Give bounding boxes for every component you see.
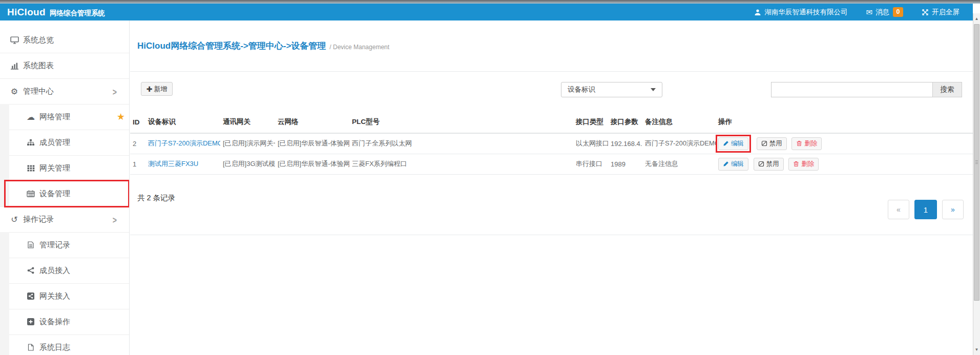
- disable-button[interactable]: 禁用: [757, 137, 787, 150]
- calendar-icon: [26, 190, 36, 197]
- grid-icon: [26, 165, 36, 172]
- add-button-label: 新增: [154, 85, 167, 94]
- cell-id: 2: [130, 133, 145, 154]
- plus-icon: ✚: [147, 85, 153, 93]
- col-header-actions: 操作: [716, 113, 973, 133]
- disable-button[interactable]: 禁用: [754, 158, 784, 171]
- cell-gateway: [已启用]3G测试模块: [220, 154, 275, 174]
- brand-name: HiCloud: [7, 7, 46, 18]
- pagination-page-1-button[interactable]: 1: [914, 200, 937, 219]
- highlight-box-edit-button: 编辑: [716, 135, 751, 153]
- cell-gateway: [已启用]演示网关一: [220, 133, 275, 154]
- sidebar-item-device-operations[interactable]: 设备操作: [0, 309, 129, 335]
- pencil-icon: [723, 140, 729, 147]
- company-name: 湖南华辰智通科技有限公司: [764, 8, 847, 17]
- cell-actions: 编辑 禁用 删除: [716, 154, 973, 174]
- sitemap-icon: [26, 139, 36, 146]
- search-input[interactable]: [771, 82, 932, 97]
- topbar-right-menu: 湖南华辰智通科技有限公司 ✉ 消息 0 开启全屏: [736, 7, 960, 17]
- history-icon: ↺: [9, 215, 19, 224]
- edit-button[interactable]: 编辑: [718, 158, 748, 171]
- sidebar-item-operation-records[interactable]: ↺ 操作记录 >: [0, 206, 129, 232]
- company-menu[interactable]: 湖南华辰智通科技有限公司: [754, 8, 847, 17]
- sidebar-item-device-management[interactable]: 设备管理: [0, 181, 129, 206]
- plus-square-icon: [26, 318, 36, 325]
- sidebar-item-admin-center[interactable]: ⚙ 管理中心 >: [0, 78, 129, 104]
- col-header-cloud: 云网络: [275, 113, 349, 133]
- add-button[interactable]: ✚ 新增: [141, 82, 173, 96]
- filter-select[interactable]: 设备标识: [561, 82, 662, 97]
- messages-count-badge: 0: [893, 7, 903, 17]
- cell-iface-param: 1989: [608, 154, 642, 174]
- pagination: « 1 »: [888, 200, 964, 219]
- sidebar-item-member-management[interactable]: 成员管理: [0, 130, 129, 155]
- cell-cloud: [已启用]华辰智通-体验网络: [275, 133, 349, 154]
- chevron-right-icon: >: [113, 86, 117, 97]
- brand-subtitle: 网络综合管理系统: [50, 9, 105, 18]
- ban-icon: [761, 140, 767, 147]
- fullscreen-toggle[interactable]: 开启全屏: [922, 8, 960, 17]
- sidebar-item-member-access[interactable]: 成员接入: [0, 258, 129, 283]
- file-icon: [26, 344, 36, 351]
- search-button[interactable]: 搜索: [932, 82, 962, 97]
- table-header-row: ID 设备标识 通讯网关 云网络 PLC型号 接口类型 接口参数 备注信息 操作: [130, 113, 973, 133]
- table-row: 1 测试用三菱FX3U [已启用]3G测试模块 [已启用]华辰智通-体验网络 三…: [130, 154, 973, 174]
- top-header: HiCloud 网络综合管理系统 湖南华辰智通科技有限公司 ✉ 消息 0 开启全…: [0, 0, 973, 20]
- scrollbar-up-arrow[interactable]: ▲: [973, 14, 980, 23]
- col-header-plc: PLC型号: [349, 113, 573, 133]
- share-icon: [26, 267, 36, 274]
- table-row: 2 西门子S7-200演示DEMO箱 [已启用]演示网关一 [已启用]华辰智通-…: [130, 133, 973, 154]
- sidebar-item-network-management[interactable]: ☁ 网络管理 ★: [0, 104, 129, 130]
- panel-bottom-divider: [130, 235, 973, 235]
- main-content: HiCloud网络综合管理系统->管理中心->设备管理 / Device Man…: [130, 20, 973, 355]
- ban-icon: [758, 161, 764, 167]
- sidebar-nav: 系统总览 系统图表 ⚙ 管理中心 > ☁ 网络管理 ★ 成员管理 网关管理 设备…: [0, 20, 130, 355]
- messages-menu[interactable]: ✉ 消息 0: [866, 7, 903, 17]
- cell-iface-param: 192.168.4.2: [608, 133, 642, 154]
- col-header-gateway: 通讯网关: [220, 113, 275, 133]
- sidebar-item-gateway-management[interactable]: 网关管理: [0, 155, 129, 181]
- sidebar-item-system-charts[interactable]: 系统图表: [0, 53, 129, 78]
- col-header-id: ID: [130, 113, 145, 133]
- col-header-iface-param: 接口参数: [608, 113, 642, 133]
- vertical-scrollbar[interactable]: ▲ ▼: [973, 13, 980, 355]
- filter-select-value: 设备标识: [568, 85, 595, 94]
- scrollbar-down-arrow[interactable]: ▼: [973, 345, 980, 354]
- share-square-icon: [26, 293, 36, 300]
- breadcrumb: HiCloud网络综合管理系统->管理中心->设备管理: [137, 40, 326, 52]
- scrollbar-thumb[interactable]: [974, 24, 979, 301]
- cell-iface-type: 串行接口: [573, 154, 608, 174]
- pagination-prev-button[interactable]: «: [888, 200, 909, 219]
- delete-button[interactable]: 删除: [791, 137, 822, 150]
- delete-button[interactable]: 删除: [788, 158, 819, 171]
- fullscreen-label: 开启全屏: [932, 8, 960, 17]
- cell-remark: 无备注信息: [642, 154, 716, 174]
- chevron-down-icon: [651, 88, 656, 91]
- sidebar-item-system-logs[interactable]: 系统日志: [0, 335, 129, 355]
- cell-device-link: 西门子S7-200演示DEMO箱: [145, 133, 220, 154]
- device-link[interactable]: 测试用三菱FX3U: [148, 160, 198, 168]
- sidebar-item-gateway-access[interactable]: 网关接入: [0, 283, 129, 309]
- record-count: 共 2 条记录: [137, 193, 175, 203]
- page-heading: HiCloud网络综合管理系统->管理中心->设备管理 / Device Man…: [130, 20, 973, 72]
- cell-plc: 西门子全系列以太网: [349, 133, 573, 154]
- cell-plc: 三菱FX系列编程口: [349, 154, 573, 174]
- cell-iface-type: 以太网接口: [573, 133, 608, 154]
- edit-button[interactable]: 编辑: [718, 137, 748, 150]
- app-logo: HiCloud 网络综合管理系统: [7, 7, 105, 18]
- col-header-remark: 备注信息: [642, 113, 716, 133]
- pagination-next-button[interactable]: »: [942, 200, 964, 219]
- sidebar-item-admin-records[interactable]: 管理记录: [0, 232, 129, 258]
- device-table: ID 设备标识 通讯网关 云网络 PLC型号 接口类型 接口参数 备注信息 操作…: [130, 113, 973, 175]
- breadcrumb-subtitle: / Device Management: [329, 44, 389, 51]
- col-header-device: 设备标识: [145, 113, 220, 133]
- fullscreen-icon: [922, 9, 929, 16]
- file-text-icon: [26, 241, 36, 248]
- device-link[interactable]: 西门子S7-200演示DEMO箱: [148, 139, 220, 147]
- messages-label: 消息: [875, 8, 889, 17]
- bar-chart-icon: [9, 62, 19, 70]
- trash-icon: [796, 140, 802, 147]
- pencil-icon: [723, 161, 729, 167]
- chevron-right-icon: >: [113, 214, 117, 225]
- sidebar-item-system-overview[interactable]: 系统总览: [0, 27, 129, 53]
